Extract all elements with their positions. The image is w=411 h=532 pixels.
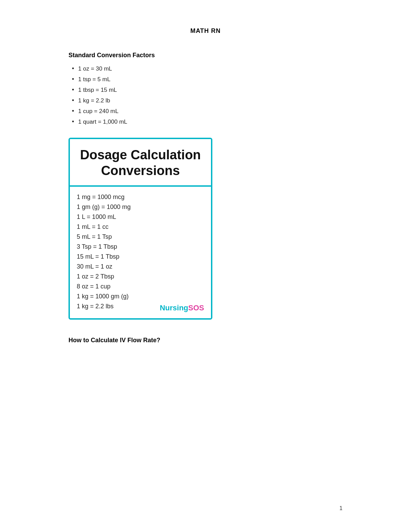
list-item: 1 kg = 2.2 lb <box>72 97 342 104</box>
conversion-item: 1 mg = 1000 mcg <box>77 194 204 201</box>
conversion-item: 30 mL = 1 oz <box>77 263 204 270</box>
list-item: 1 quart = 1,000 mL <box>72 118 342 125</box>
list-item: 1 oz = 30 mL <box>72 65 342 72</box>
dosage-calculation-card: Dosage Calculation Conversions 1 mg = 10… <box>68 138 212 320</box>
dosage-card-body: 1 mg = 1000 mcg 1 gm (g) = 1000 mg 1 L =… <box>70 187 211 318</box>
conversion-item: 1 kg = 1000 gm (g) <box>77 293 204 300</box>
conversion-item: 15 mL = 1 Tbsp <box>77 253 204 260</box>
list-item: 1 cup = 240 mL <box>72 108 342 115</box>
dosage-card-header: Dosage Calculation Conversions <box>70 139 211 187</box>
list-item: 1 tsp = 5 mL <box>72 76 342 83</box>
conversion-item: 8 oz = 1 cup <box>77 283 204 290</box>
conversion-item: 1 oz = 2 Tbsp <box>77 273 204 280</box>
conversion-item: 1 mL = 1 cc <box>77 223 204 231</box>
conversion-item: 5 mL = 1 Tsp <box>77 233 204 240</box>
conversion-item: 1 gm (g) = 1000 mg <box>77 203 204 211</box>
standard-conversions-title: Standard Conversion Factors <box>68 52 342 59</box>
conversion-item: 1 kg = 2.2 lbs <box>77 303 114 310</box>
conversion-item: 3 Tsp = 1 Tbsp <box>77 243 204 250</box>
how-to-title: How to Calculate IV Flow Rate? <box>68 337 342 344</box>
standard-conversions-section: Standard Conversion Factors 1 oz = 30 mL… <box>68 52 342 125</box>
list-item: 1 tbsp = 15 mL <box>72 86 342 94</box>
conversion-item: 1 L = 1000 mL <box>77 213 204 221</box>
page-title: MATH RN <box>190 27 221 34</box>
dosage-card-title: Dosage Calculation Conversions <box>77 147 204 178</box>
how-to-section: How to Calculate IV Flow Rate? <box>68 337 342 344</box>
page-number: 1 <box>339 505 342 511</box>
standard-conversions-list: 1 oz = 30 mL 1 tsp = 5 mL 1 tbsp = 15 mL… <box>68 65 342 125</box>
nursing-sos-logo: NursingSOS <box>160 304 204 312</box>
